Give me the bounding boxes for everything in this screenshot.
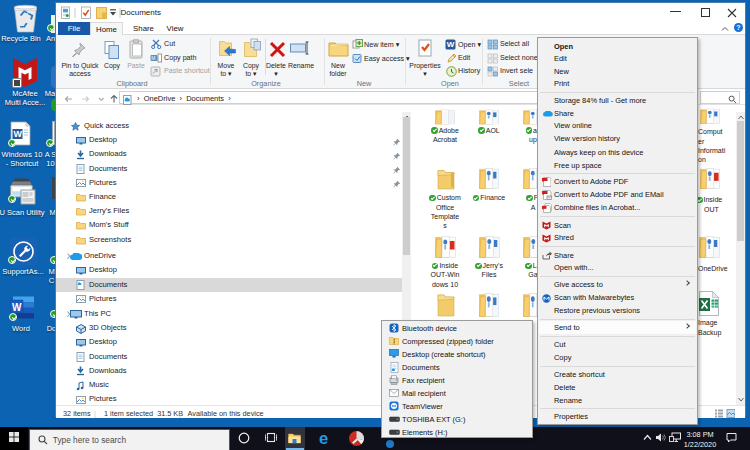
svg-text:W: W [14, 129, 23, 139]
svg-text:W: W [447, 40, 455, 49]
svg-text:W: W [12, 302, 22, 313]
svg-text:M: M [151, 55, 155, 61]
